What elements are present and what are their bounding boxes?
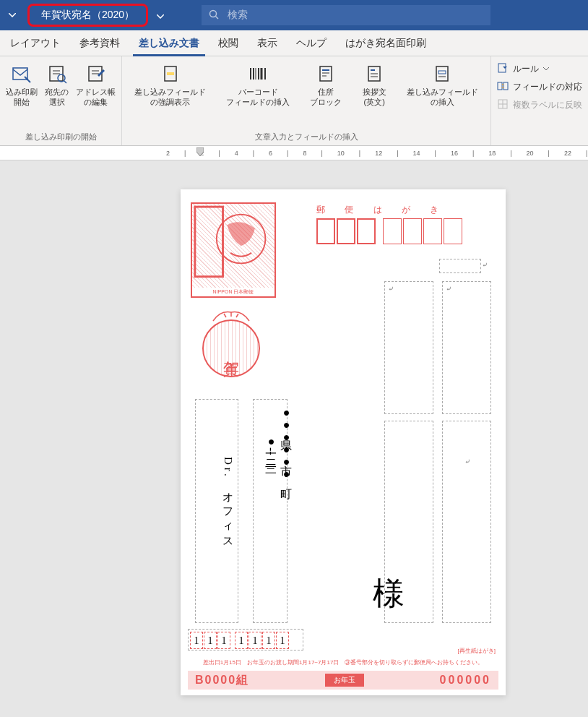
tab-layout[interactable]: レイアウト xyxy=(9,31,62,56)
svg-rect-12 xyxy=(167,72,174,75)
svg-rect-31 xyxy=(498,82,502,90)
start-mail-merge-button[interactable]: 込み印刷 開始 xyxy=(3,61,40,130)
otoshidama-label: お年玉 xyxy=(325,674,364,687)
search-icon xyxy=(209,9,219,22)
edit-list-icon xyxy=(85,62,108,85)
ribbon-side-group: ルール フィールドの対応 複数ラベルに反映 xyxy=(491,56,588,145)
postal-box xyxy=(337,218,355,244)
sender-postal-boxes[interactable]: 1 1 1 1 1 1 1 xyxy=(190,632,289,649)
postal-box xyxy=(444,218,462,244)
svg-rect-28 xyxy=(438,71,446,74)
search-placeholder: 検索 xyxy=(228,9,248,22)
stamp-area: NIPPON 日本郵便 xyxy=(191,202,276,298)
edit-recipient-list-button[interactable]: アドレス帳 の編集 xyxy=(73,61,118,130)
footer-notice: 差出日1月15日 お年玉のお渡し期間1月17~7月17日 ③番号部分を切り取らず… xyxy=(188,658,498,666)
sama-text[interactable]: 様 xyxy=(373,572,405,615)
title-dropdown-icon[interactable] xyxy=(157,9,164,22)
match-fields-button[interactable]: フィールドの対応 xyxy=(497,80,582,94)
ruler-indent-marker[interactable] xyxy=(196,147,204,160)
greeting-line-button[interactable]: 挨拶文 (英文) xyxy=(360,61,389,130)
rules-button[interactable]: ルール xyxy=(497,62,582,76)
postal-box xyxy=(357,218,376,244)
stamp-illustration-icon xyxy=(192,204,274,296)
seal-decoration-icon xyxy=(199,306,264,325)
svg-rect-32 xyxy=(503,82,508,90)
titlebar: 年賀状宛名（2020） 検索 xyxy=(0,0,588,30)
ribbon-tabs: レイアウト 参考資料 差し込み文書 校閲 表示 ヘルプ はがき宛名面印刷 xyxy=(0,30,588,56)
document-title: 年賀状宛名（2020） xyxy=(27,4,148,27)
tab-hagaki[interactable]: はがき宛名面印刷 xyxy=(344,31,428,56)
horizontal-ruler[interactable]: 2 | 2 | 4 | 6 | 8 | 10 | 12 | 14 | 16 | … xyxy=(0,146,588,160)
text-frame-name1[interactable]: ⤶ xyxy=(442,421,491,623)
tab-references[interactable]: 参考資料 xyxy=(78,31,121,56)
postal-box xyxy=(383,218,402,244)
rules-icon xyxy=(497,62,509,76)
ribbon-group-fields: 差し込みフィールド の強調表示 バーコード フィールドの挿入 住所 ブロック 挨… xyxy=(122,56,491,145)
chevron-down-icon xyxy=(543,67,549,71)
svg-rect-36 xyxy=(195,207,223,277)
lottery-group: B0000組 xyxy=(195,673,249,688)
svg-point-0 xyxy=(210,10,217,17)
text-frame-address1[interactable]: ⤶ xyxy=(442,281,491,414)
update-labels-icon xyxy=(497,98,509,112)
tab-review[interactable]: 校閲 xyxy=(217,31,240,56)
barcode-icon xyxy=(246,62,269,85)
nengajo-seal: 年賀 xyxy=(199,312,264,385)
update-labels-button: 複数ラベルに反映 xyxy=(497,98,582,112)
ribbon-group-start: 込み印刷 開始 宛先の 選択 アドレス帳 の編集 差し込み印刷の開始 xyxy=(0,56,122,145)
ribbon: 込み印刷 開始 宛先の 選択 アドレス帳 の編集 差し込み印刷の開始 差し込みフ… xyxy=(0,56,588,146)
search-box[interactable]: 検索 xyxy=(202,5,490,25)
lottery-number: 000000 xyxy=(440,674,491,687)
recipients-icon xyxy=(46,62,69,85)
lottery-band: B0000組 お年玉 000000 xyxy=(188,671,498,690)
hagaki-label: 郵 便 は が き xyxy=(316,204,447,216)
group-label-fields: 文章入力とフィールドの挿入 xyxy=(125,130,488,144)
postal-box xyxy=(403,218,422,244)
stamp-text: NIPPON 日本郵便 xyxy=(192,288,274,296)
select-recipients-button[interactable]: 宛先の 選択 xyxy=(42,61,72,130)
postal-box xyxy=(423,218,442,244)
group-label-start: 差し込み印刷の開始 xyxy=(3,130,118,144)
tab-help[interactable]: ヘルプ xyxy=(295,31,328,56)
document-area[interactable]: NIPPON 日本郵便 年賀 郵 便 は が き ⤶ ⤶ ⤶ ⤶ xyxy=(0,160,588,695)
highlight-icon xyxy=(159,62,182,85)
insert-field-icon xyxy=(431,62,454,85)
svg-line-1 xyxy=(216,16,219,19)
recycle-label: [再生紙はがき] xyxy=(458,647,496,655)
greeting-icon xyxy=(363,62,386,85)
svg-rect-19 xyxy=(320,66,332,81)
tab-view[interactable]: 表示 xyxy=(256,31,279,56)
barcode-button[interactable]: バーコード フィールドの挿入 xyxy=(223,61,293,130)
svg-line-7 xyxy=(64,81,66,83)
address-block-icon xyxy=(314,62,337,85)
tab-mailings[interactable]: 差し込み文書 xyxy=(137,31,201,56)
postcard-page[interactable]: NIPPON 日本郵便 年賀 郵 便 は が き ⤶ ⤶ ⤶ ⤶ xyxy=(181,189,506,695)
text-frame-address2[interactable]: ⤶ xyxy=(384,281,433,414)
text-frame[interactable]: ⤶ xyxy=(439,259,481,273)
qat-dropdown-icon[interactable] xyxy=(6,9,19,22)
sender-name-text[interactable]: Dr. オフィス xyxy=(221,457,235,594)
postal-box xyxy=(316,218,335,244)
highlight-fields-button[interactable]: 差し込みフィールド の強調表示 xyxy=(131,61,209,130)
mail-merge-icon xyxy=(10,62,33,85)
recipient-postal-boxes xyxy=(316,218,462,244)
sender-address-text[interactable]: ●●県●●市●●町 ●一-二-三 xyxy=(263,406,293,551)
address-block-button[interactable]: 住所 ブロック xyxy=(307,61,345,130)
match-fields-icon xyxy=(497,80,509,94)
insert-merge-field-button[interactable]: 差し込みフィールド の挿入 xyxy=(404,61,481,130)
